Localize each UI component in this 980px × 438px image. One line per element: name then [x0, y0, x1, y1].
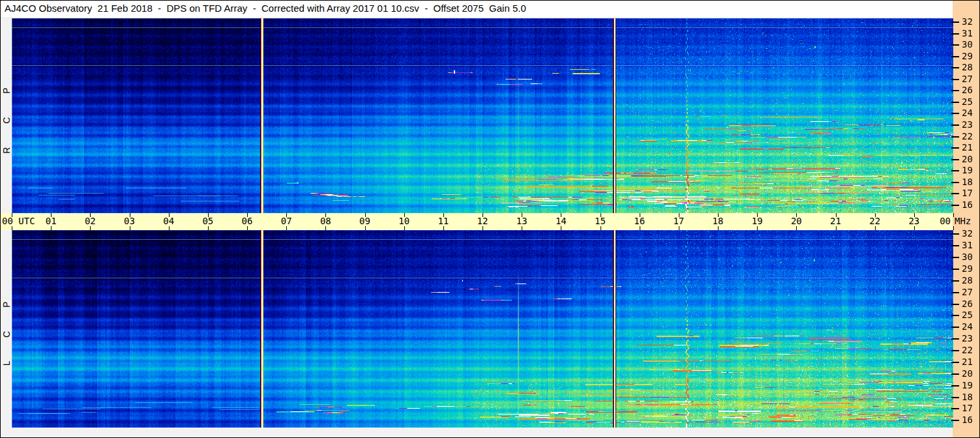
time-tick-label: 21	[826, 216, 846, 226]
time-tick	[836, 226, 837, 230]
frequency-tick-label: 31	[962, 29, 979, 38]
frequency-tick-label: 21	[962, 143, 979, 152]
time-tick	[51, 226, 52, 230]
frequency-tick	[951, 205, 959, 206]
frequency-tick	[951, 193, 959, 194]
time-tick-label: 10	[394, 216, 414, 226]
frequency-tick	[951, 22, 959, 23]
time-tick	[914, 226, 915, 230]
mhz-unit-label: MHz	[955, 216, 979, 226]
frequency-tick-label: 32	[962, 17, 979, 26]
time-tick-label: 18	[708, 216, 728, 226]
time-tick	[365, 226, 366, 230]
frequency-tick-label: 29	[962, 51, 979, 61]
frequency-tick	[951, 182, 959, 183]
frequency-tick	[951, 280, 959, 282]
time-tick	[443, 226, 444, 230]
time-tick	[953, 213, 954, 217]
frequency-tick-label: 17	[962, 403, 979, 413]
frequency-tick-label: 30	[962, 252, 979, 261]
time-tick-label: 11	[434, 216, 453, 226]
frequency-tick	[951, 304, 959, 305]
frequency-tick-label: 24	[962, 322, 979, 331]
time-tick-label: 05	[198, 216, 218, 226]
frequency-tick	[951, 315, 959, 316]
time-tick-label: 09	[355, 216, 375, 226]
page-title: AJ4CO Observatory 21 Feb 2018 - DPS on T…	[5, 3, 526, 14]
frequency-tick	[951, 362, 959, 363]
time-tick-label: 15	[591, 216, 610, 226]
frequency-tick	[951, 245, 959, 246]
frequency-tick	[951, 408, 959, 409]
frequency-tick-label: 23	[962, 334, 979, 343]
frequency-tick-label: 28	[962, 276, 979, 285]
frequency-tick-label: 17	[962, 188, 979, 197]
time-tick-label: 16	[630, 216, 649, 226]
frequency-tick	[951, 257, 959, 258]
frequency-tick	[951, 350, 959, 351]
frequency-tick-label: 29	[962, 264, 979, 273]
frequency-tick-label: 22	[962, 132, 979, 141]
frequency-tick-label: 27	[962, 287, 979, 297]
time-tick	[130, 226, 130, 230]
frequency-tick	[951, 67, 959, 68]
frequency-tick	[951, 124, 959, 126]
frequency-tick	[951, 385, 959, 387]
frequency-tick	[951, 397, 959, 398]
time-tick	[12, 226, 12, 230]
time-tick-label: 02	[80, 216, 100, 226]
time-tick-label: 19	[747, 216, 767, 226]
lcp-spectrogram-panel	[12, 230, 953, 428]
frequency-tick-label: 32	[962, 229, 979, 238]
time-tick-label: 06	[237, 216, 257, 226]
time-tick	[325, 226, 326, 230]
frequency-tick-label: 20	[962, 154, 979, 164]
time-tick-label: 22	[865, 216, 885, 226]
time-tick	[601, 226, 601, 230]
frequency-tick	[951, 33, 959, 35]
time-tick-label: 17	[669, 216, 689, 226]
time-tick	[247, 226, 248, 230]
frequency-tick	[951, 56, 959, 57]
frequency-tick	[951, 79, 959, 80]
frequency-tick	[951, 233, 959, 235]
rcp-spectrogram-panel	[12, 18, 953, 213]
frequency-tick-label: 26	[962, 85, 979, 95]
time-tick	[679, 226, 679, 230]
time-tick	[796, 226, 797, 230]
time-tick	[718, 226, 719, 230]
frequency-tick-label: 19	[962, 166, 979, 175]
frequency-tick	[951, 159, 959, 160]
time-tick	[208, 226, 209, 230]
time-tick	[561, 226, 561, 230]
time-tick	[169, 226, 170, 230]
frequency-tick-label: 16	[962, 200, 979, 209]
time-tick	[640, 226, 640, 230]
time-tick	[875, 226, 876, 230]
frequency-tick-label: 31	[962, 241, 979, 250]
frequency-tick	[951, 147, 959, 149]
frequency-tick-label: 18	[962, 177, 979, 186]
frequency-tick-label: 24	[962, 108, 979, 117]
time-tick-label: 07	[276, 216, 296, 226]
frequency-tick	[951, 269, 959, 270]
frequency-tick	[951, 420, 959, 421]
time-tick-label: 20	[786, 216, 806, 226]
frequency-tick	[951, 136, 959, 138]
frequency-tick	[951, 338, 959, 340]
time-tick-label: 13	[512, 216, 531, 226]
frequency-tick-label: 22	[962, 345, 979, 355]
frequency-tick-label: 30	[962, 40, 979, 49]
lcp-axis-label: L C P	[1, 280, 12, 377]
time-tick	[483, 226, 483, 230]
frequency-tick-label: 21	[962, 357, 979, 366]
title-bar: AJ4CO Observatory 21 Feb 2018 - DPS on T…	[1, 1, 953, 17]
frequency-tick-label: 28	[962, 63, 979, 72]
time-tick	[953, 226, 954, 230]
time-tick-label: 12	[473, 216, 492, 226]
frequency-tick	[951, 102, 959, 103]
frequency-tick-label: 25	[962, 310, 979, 319]
time-tick-label: 23	[904, 216, 924, 226]
time-tick-label: 01	[41, 216, 61, 226]
time-tick	[522, 226, 522, 230]
